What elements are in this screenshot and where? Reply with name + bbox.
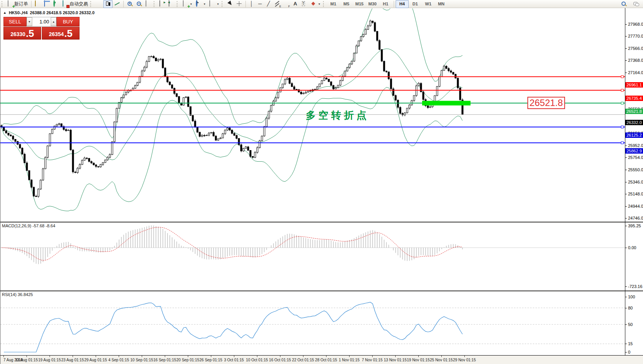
volume-input[interactable]: [32, 17, 51, 26]
tile-windows-button[interactable]: [144, 0, 153, 8]
buy-price-button[interactable]: 26354 .5: [42, 27, 80, 40]
trendline-button[interactable]: ╱: [264, 0, 273, 8]
price-tick: 25346.0: [628, 180, 643, 185]
toolbar-grip: [90, 1, 93, 7]
level-price-label: 26521.8: [625, 109, 643, 114]
arrows-button[interactable]: ▼: [309, 0, 322, 8]
search-button[interactable]: [619, 0, 628, 8]
new-order-icon: [8, 0, 8, 7]
signals-button[interactable]: [51, 0, 61, 8]
rsi-axis-tick: 0: [628, 350, 630, 355]
zoom-in-button[interactable]: +: [125, 0, 134, 8]
price-callout-box[interactable]: 26521.8: [527, 97, 565, 109]
level-handle[interactable]: [621, 76, 623, 78]
symbol-marker-icon: ▲: [3, 11, 7, 15]
equidistant-channel-icon: E: [274, 1, 280, 7]
timeframe-m15-button[interactable]: M15: [353, 0, 366, 8]
timeframe-d1-button[interactable]: D1: [409, 0, 422, 8]
level-handle[interactable]: [621, 89, 623, 91]
macd-panel[interactable]: MACD(12,26,9) -57.68 -8.64: [0, 223, 643, 290]
templates-icon: [209, 0, 210, 7]
horizontal-line-icon: ─: [257, 1, 263, 7]
horizontal-line-button[interactable]: ─: [256, 0, 264, 8]
buy-button[interactable]: BUY: [56, 17, 80, 26]
chat-button[interactable]: [631, 0, 641, 8]
rsi-canvas: [0, 291, 625, 355]
sell-price-button[interactable]: 26330 .5: [3, 27, 41, 40]
time-label: 19 Nov 01:15: [407, 358, 430, 362]
sell-button[interactable]: SELL: [3, 17, 27, 26]
volume-down-button[interactable]: ▼: [27, 17, 32, 26]
volume-up-button[interactable]: ▲: [51, 17, 56, 26]
timeframe-w1-button[interactable]: W1: [422, 0, 435, 8]
time-label: 10 Sep 01:15: [130, 358, 153, 362]
toolbar-grip: [222, 1, 224, 7]
vertical-line-button[interactable]: │: [247, 0, 256, 8]
data-window-button[interactable]: [42, 0, 51, 8]
level-handle[interactable]: [621, 102, 623, 104]
chevron-down-icon: ▼: [217, 3, 219, 5]
market-watch-button[interactable]: [33, 0, 42, 8]
crosshair-button[interactable]: [235, 0, 244, 8]
time-tick: [27, 356, 27, 357]
time-tick: [280, 356, 280, 357]
price-tick: 24746.0: [628, 216, 643, 221]
new-order-button[interactable]: 新订单: [5, 0, 30, 8]
text-label-icon: T: [302, 1, 305, 6]
fibonacci-button[interactable]: F: [282, 0, 291, 8]
text-button[interactable]: A: [291, 0, 300, 8]
timeframe-m5-button[interactable]: M5: [340, 0, 353, 8]
auto-scroll-button[interactable]: [157, 0, 167, 8]
time-label: 20 Sep 01:15: [176, 358, 199, 362]
toolbar-separator: [123, 1, 124, 7]
rsi-panel[interactable]: RSI(14) 36.8425: [0, 291, 643, 356]
vertical-line-icon: │: [249, 1, 254, 7]
templates-button[interactable]: ▼: [207, 0, 221, 8]
indicators-button[interactable]: ▼: [181, 0, 194, 8]
sell-price-frac: .5: [26, 28, 34, 38]
toolbar-separator: [31, 1, 31, 7]
chart-shift-button[interactable]: [167, 0, 176, 8]
highlight-green-bar[interactable]: [422, 101, 471, 106]
price-axis[interactable]: 27968.027770.027566.027368.027164.026962…: [625, 8, 643, 356]
time-tick: [418, 356, 419, 357]
chart-annotation-text[interactable]: 多空转折点: [306, 109, 369, 122]
timeframe-m30-button[interactable]: M30: [366, 0, 379, 8]
level-handle[interactable]: [621, 142, 623, 144]
text-label-button[interactable]: T: [300, 0, 309, 8]
timeframe-m1-button[interactable]: M1: [327, 0, 340, 8]
time-label: 22 Oct 01:15: [292, 358, 314, 362]
cursor-button[interactable]: [225, 0, 235, 8]
candlestick-chart-button[interactable]: [103, 0, 113, 8]
chevron-down-icon: ▼: [190, 3, 192, 5]
level-price-label: 26735.4: [625, 96, 643, 101]
market-watch-icon: [35, 0, 36, 7]
time-label: 16 Sep 01:15: [153, 358, 176, 362]
symbol-name: HK50-,H4: [9, 10, 28, 15]
line-chart-button[interactable]: [113, 0, 122, 8]
time-tick: [349, 356, 350, 357]
timeframe-mn-button[interactable]: MN: [435, 0, 448, 8]
autotrading-icon: [63, 0, 63, 7]
price-tick: 27770.0: [628, 34, 643, 39]
main-chart-panel[interactable]: ▲ HK50-,H4 26388.0 26418.5 26320.0 26332…: [0, 8, 643, 222]
clock-icon: [196, 0, 197, 7]
tile-windows-icon: [146, 0, 146, 7]
level-handle[interactable]: [621, 126, 623, 128]
channel-button[interactable]: E: [273, 0, 282, 8]
time-label: 4 Sep 01:15: [108, 358, 129, 362]
time-label: 7 Nov 01:15: [362, 358, 383, 362]
macd-axis-tick: 395.25: [628, 223, 641, 228]
autotrading-button[interactable]: 自动交易: [61, 0, 89, 8]
periods-button[interactable]: ▼: [194, 0, 207, 8]
timeframe-h1-button[interactable]: H1: [379, 0, 392, 8]
price-tick: 27968.0: [628, 22, 643, 27]
crosshair-icon: [236, 1, 242, 7]
timeframe-h4-button[interactable]: H4: [396, 0, 409, 8]
zoom-out-button[interactable]: −: [134, 0, 144, 8]
macd-axis-tick: 0.00: [628, 245, 636, 250]
time-axis[interactable]: 7 Aug 201913 Aug 01:1519 Aug 01:1523 Aug…: [0, 356, 643, 364]
bar-chart-button[interactable]: [94, 0, 103, 8]
rsi-axis-tick: 15: [628, 341, 633, 346]
autotrading-label: 自动交易: [70, 1, 88, 7]
